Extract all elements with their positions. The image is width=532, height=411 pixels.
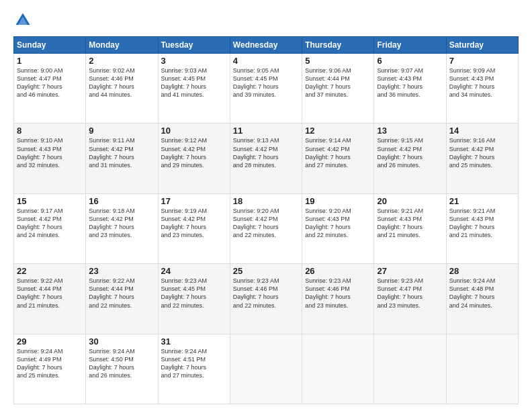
calendar-table: SundayMondayTuesdayWednesdayThursdayFrid… xyxy=(13,36,519,404)
calendar-cell: 13Sunrise: 9:15 AM Sunset: 4:42 PM Dayli… xyxy=(374,124,446,193)
calendar-cell: 6Sunrise: 9:07 AM Sunset: 4:43 PM Daylig… xyxy=(374,54,446,124)
cell-info: Sunrise: 9:23 AM Sunset: 4:45 PM Dayligh… xyxy=(161,277,227,310)
day-number: 31 xyxy=(161,336,227,347)
day-number: 28 xyxy=(449,266,515,276)
calendar-cell: 16Sunrise: 9:18 AM Sunset: 4:42 PM Dayli… xyxy=(86,193,158,263)
day-number: 27 xyxy=(377,266,443,276)
calendar-cell xyxy=(374,334,446,404)
day-number: 6 xyxy=(377,56,443,66)
logo xyxy=(13,11,35,30)
cell-info: Sunrise: 9:22 AM Sunset: 4:44 PM Dayligh… xyxy=(17,277,83,310)
calendar-cell: 30Sunrise: 9:24 AM Sunset: 4:50 PM Dayli… xyxy=(86,334,158,404)
cell-info: Sunrise: 9:02 AM Sunset: 4:46 PM Dayligh… xyxy=(89,66,154,99)
calendar-header-row: SundayMondayTuesdayWednesdayThursdayFrid… xyxy=(14,37,519,54)
day-number: 14 xyxy=(449,126,515,136)
cell-info: Sunrise: 9:00 AM Sunset: 4:47 PM Dayligh… xyxy=(17,66,83,99)
day-number: 23 xyxy=(89,266,154,276)
calendar-cell: 5Sunrise: 9:06 AM Sunset: 4:44 PM Daylig… xyxy=(302,54,374,124)
day-number: 19 xyxy=(305,196,371,206)
day-number: 30 xyxy=(89,336,154,347)
day-number: 15 xyxy=(17,196,83,206)
calendar-cell: 17Sunrise: 9:19 AM Sunset: 4:42 PM Dayli… xyxy=(158,193,230,263)
cell-info: Sunrise: 9:14 AM Sunset: 4:42 PM Dayligh… xyxy=(305,136,371,169)
day-number: 11 xyxy=(233,126,299,136)
day-number: 17 xyxy=(161,196,227,206)
cell-info: Sunrise: 9:17 AM Sunset: 4:42 PM Dayligh… xyxy=(17,207,83,240)
day-number: 10 xyxy=(161,126,227,136)
cell-info: Sunrise: 9:23 AM Sunset: 4:46 PM Dayligh… xyxy=(305,277,371,310)
day-number: 7 xyxy=(449,56,515,66)
cell-info: Sunrise: 9:24 AM Sunset: 4:51 PM Dayligh… xyxy=(161,347,227,380)
calendar-cell: 25Sunrise: 9:23 AM Sunset: 4:46 PM Dayli… xyxy=(230,264,302,334)
calendar-cell: 18Sunrise: 9:20 AM Sunset: 4:42 PM Dayli… xyxy=(230,193,302,263)
day-number: 8 xyxy=(17,126,83,136)
day-number: 16 xyxy=(89,196,154,206)
cell-info: Sunrise: 9:13 AM Sunset: 4:42 PM Dayligh… xyxy=(233,136,299,169)
week-row-1: 1Sunrise: 9:00 AM Sunset: 4:47 PM Daylig… xyxy=(14,54,519,124)
week-row-3: 15Sunrise: 9:17 AM Sunset: 4:42 PM Dayli… xyxy=(14,193,519,263)
day-number: 9 xyxy=(89,126,154,136)
week-row-2: 8Sunrise: 9:10 AM Sunset: 4:43 PM Daylig… xyxy=(14,124,519,193)
calendar-cell: 31Sunrise: 9:24 AM Sunset: 4:51 PM Dayli… xyxy=(158,334,230,404)
day-header-friday: Friday xyxy=(374,37,446,54)
cell-info: Sunrise: 9:16 AM Sunset: 4:42 PM Dayligh… xyxy=(449,136,515,169)
cell-info: Sunrise: 9:06 AM Sunset: 4:44 PM Dayligh… xyxy=(305,66,371,99)
calendar-cell: 10Sunrise: 9:12 AM Sunset: 4:42 PM Dayli… xyxy=(158,124,230,193)
header xyxy=(13,11,519,30)
calendar-cell: 28Sunrise: 9:24 AM Sunset: 4:48 PM Dayli… xyxy=(446,264,518,334)
cell-info: Sunrise: 9:24 AM Sunset: 4:48 PM Dayligh… xyxy=(449,277,515,310)
calendar-cell: 24Sunrise: 9:23 AM Sunset: 4:45 PM Dayli… xyxy=(158,264,230,334)
day-header-thursday: Thursday xyxy=(302,37,374,54)
calendar-cell: 27Sunrise: 9:23 AM Sunset: 4:47 PM Dayli… xyxy=(374,264,446,334)
calendar-cell: 1Sunrise: 9:00 AM Sunset: 4:47 PM Daylig… xyxy=(14,54,86,124)
calendar-cell: 29Sunrise: 9:24 AM Sunset: 4:49 PM Dayli… xyxy=(14,334,86,404)
week-row-4: 22Sunrise: 9:22 AM Sunset: 4:44 PM Dayli… xyxy=(14,264,519,334)
cell-info: Sunrise: 9:23 AM Sunset: 4:47 PM Dayligh… xyxy=(377,277,443,310)
cell-info: Sunrise: 9:24 AM Sunset: 4:50 PM Dayligh… xyxy=(89,347,154,380)
calendar-cell xyxy=(302,334,374,404)
cell-info: Sunrise: 9:03 AM Sunset: 4:45 PM Dayligh… xyxy=(161,66,227,99)
logo-icon xyxy=(13,11,32,30)
day-number: 12 xyxy=(305,126,371,136)
cell-info: Sunrise: 9:20 AM Sunset: 4:42 PM Dayligh… xyxy=(233,207,299,240)
day-number: 25 xyxy=(233,266,299,276)
day-header-monday: Monday xyxy=(86,37,158,54)
calendar-cell: 2Sunrise: 9:02 AM Sunset: 4:46 PM Daylig… xyxy=(86,54,158,124)
calendar-cell: 4Sunrise: 9:05 AM Sunset: 4:45 PM Daylig… xyxy=(230,54,302,124)
cell-info: Sunrise: 9:07 AM Sunset: 4:43 PM Dayligh… xyxy=(377,66,443,99)
cell-info: Sunrise: 9:09 AM Sunset: 4:43 PM Dayligh… xyxy=(449,66,515,99)
day-number: 26 xyxy=(305,266,371,276)
day-header-sunday: Sunday xyxy=(14,37,86,54)
calendar-cell: 22Sunrise: 9:22 AM Sunset: 4:44 PM Dayli… xyxy=(14,264,86,334)
calendar-cell: 9Sunrise: 9:11 AM Sunset: 4:42 PM Daylig… xyxy=(86,124,158,193)
cell-info: Sunrise: 9:22 AM Sunset: 4:44 PM Dayligh… xyxy=(89,277,154,310)
calendar-cell: 21Sunrise: 9:21 AM Sunset: 4:43 PM Dayli… xyxy=(446,193,518,263)
calendar-cell: 19Sunrise: 9:20 AM Sunset: 4:43 PM Dayli… xyxy=(302,193,374,263)
cell-info: Sunrise: 9:05 AM Sunset: 4:45 PM Dayligh… xyxy=(233,66,299,99)
calendar-cell: 3Sunrise: 9:03 AM Sunset: 4:45 PM Daylig… xyxy=(158,54,230,124)
day-number: 21 xyxy=(449,196,515,206)
calendar-cell: 26Sunrise: 9:23 AM Sunset: 4:46 PM Dayli… xyxy=(302,264,374,334)
calendar-cell: 14Sunrise: 9:16 AM Sunset: 4:42 PM Dayli… xyxy=(446,124,518,193)
cell-info: Sunrise: 9:20 AM Sunset: 4:43 PM Dayligh… xyxy=(305,207,371,240)
day-number: 4 xyxy=(233,56,299,66)
page: SundayMondayTuesdayWednesdayThursdayFrid… xyxy=(0,0,532,411)
cell-info: Sunrise: 9:18 AM Sunset: 4:42 PM Dayligh… xyxy=(89,207,154,240)
day-number: 18 xyxy=(233,196,299,206)
day-number: 1 xyxy=(17,56,83,66)
calendar-cell: 23Sunrise: 9:22 AM Sunset: 4:44 PM Dayli… xyxy=(86,264,158,334)
calendar-cell: 7Sunrise: 9:09 AM Sunset: 4:43 PM Daylig… xyxy=(446,54,518,124)
day-header-tuesday: Tuesday xyxy=(158,37,230,54)
calendar-cell: 20Sunrise: 9:21 AM Sunset: 4:43 PM Dayli… xyxy=(374,193,446,263)
cell-info: Sunrise: 9:21 AM Sunset: 4:43 PM Dayligh… xyxy=(377,207,443,240)
day-number: 5 xyxy=(305,56,371,66)
calendar-cell xyxy=(230,334,302,404)
calendar-cell xyxy=(446,334,518,404)
cell-info: Sunrise: 9:15 AM Sunset: 4:42 PM Dayligh… xyxy=(377,136,443,169)
calendar-cell: 15Sunrise: 9:17 AM Sunset: 4:42 PM Dayli… xyxy=(14,193,86,263)
cell-info: Sunrise: 9:24 AM Sunset: 4:49 PM Dayligh… xyxy=(17,347,83,380)
day-number: 20 xyxy=(377,196,443,206)
cell-info: Sunrise: 9:12 AM Sunset: 4:42 PM Dayligh… xyxy=(161,136,227,169)
cell-info: Sunrise: 9:10 AM Sunset: 4:43 PM Dayligh… xyxy=(17,136,83,169)
cell-info: Sunrise: 9:19 AM Sunset: 4:42 PM Dayligh… xyxy=(161,207,227,240)
